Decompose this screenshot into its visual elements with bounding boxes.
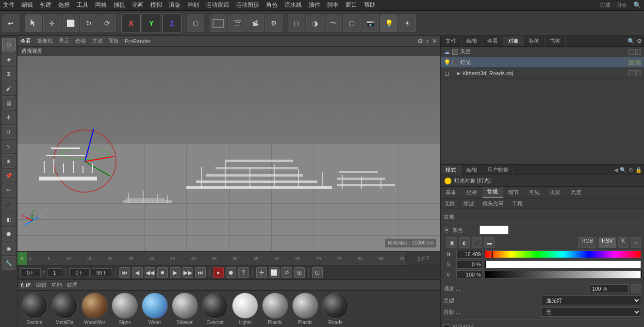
timeline-green-start[interactable]: 0 [17, 252, 27, 265]
val-slider[interactable] [485, 271, 641, 278]
tool-knife[interactable]: ✂ [2, 183, 16, 197]
timeline-ruler[interactable]: 051015202530354045505560657075808590 [27, 252, 406, 265]
mat-tab-texture[interactable]: 纹理 [67, 281, 78, 289]
undo-button[interactable]: ↩ [2, 15, 19, 32]
tool-select[interactable]: ▤ [2, 96, 16, 110]
color-mode-k[interactable]: K [618, 237, 628, 248]
object-checkbox-sky[interactable] [452, 49, 458, 55]
object-button[interactable]: ⬡ [187, 15, 204, 32]
obj-vis-roads[interactable] [628, 70, 634, 76]
material-slot-6[interactable]: Concret [201, 293, 229, 325]
attr-tab-basic[interactable]: 基本 [441, 187, 462, 198]
v-input[interactable] [456, 270, 483, 279]
s-input[interactable] [456, 260, 483, 269]
attr-tab-shadow[interactable]: 投影 [545, 187, 566, 198]
mode-tab-mode[interactable]: 模式 [441, 165, 462, 175]
autokey-button[interactable]: ↺ [281, 267, 292, 278]
search-prop-icon[interactable]: 🔍 [620, 167, 627, 173]
tool-bevel[interactable]: ◧ [2, 213, 16, 226]
deformer-button[interactable]: ⬡ [343, 15, 361, 32]
tool-bridge[interactable]: ⬟ [2, 227, 16, 241]
layout-button[interactable]: ⊞ [294, 267, 305, 278]
sub-tab-project[interactable]: 工程 [508, 198, 527, 209]
viewport-tab-view[interactable]: 查看 [20, 37, 31, 45]
tool-weld[interactable]: ◉ [2, 242, 16, 255]
right-tab-object[interactable]: 对象 [503, 36, 524, 46]
material-slot-5[interactable]: Sidewal [171, 293, 199, 325]
render-settings-button[interactable]: ⚙ [265, 15, 282, 32]
object-row-light[interactable]: 💡 灯光 [441, 57, 644, 68]
color-sample-btn[interactable]: ▣ [446, 237, 457, 248]
menu-select[interactable]: 选择 [58, 1, 70, 9]
cube-button[interactable]: ◻ [288, 15, 305, 32]
render-active-button[interactable]: 📽 [247, 15, 264, 32]
sub-tab-diffuse[interactable]: 无散 [441, 198, 460, 209]
material-slot-2[interactable]: WoodWor [81, 293, 109, 325]
menu-render[interactable]: 渲染 [169, 1, 181, 9]
viewport-tab-prorender[interactable]: ProRender [125, 38, 150, 44]
tool-move[interactable]: ✛ [2, 111, 16, 124]
menu-motion-track[interactable]: 运动跟踪 [206, 1, 229, 9]
x-axis-button[interactable]: X [121, 14, 141, 33]
object-row-roads[interactable]: ◻ ▶ Kitbash3d_Roads.obj [441, 68, 644, 79]
object-row-sky[interactable]: ☁ 天空 [441, 47, 644, 57]
color-gradient-btn[interactable]: ▬ [484, 237, 495, 248]
object-checkbox-light[interactable] [452, 60, 458, 65]
go-end-button[interactable]: ⏭ [195, 267, 206, 278]
spline-button[interactable]: 〜 [325, 15, 342, 32]
object-expand-roads[interactable]: ▶ [457, 71, 461, 76]
right-tab-tag[interactable]: 标签 [524, 36, 545, 46]
menu-script[interactable]: 脚本 [327, 1, 339, 9]
obj-vis-light[interactable] [628, 60, 634, 65]
settings-prop-icon[interactable]: ⚙ [628, 167, 633, 173]
help-button[interactable]: ? [238, 267, 249, 278]
hue-slider[interactable] [485, 250, 641, 258]
mat-tab-edit[interactable]: 编辑 [36, 281, 47, 289]
obj-render-roads[interactable] [635, 70, 641, 76]
right-panel-settings[interactable]: ⚙ [637, 38, 642, 45]
material-slot-4[interactable]: Water [141, 293, 169, 325]
nurbs-button[interactable]: ◑ [306, 15, 324, 32]
menu-edit[interactable]: 编辑 [21, 1, 33, 9]
sub-tab-lensflare[interactable]: 镜头光晕 [479, 198, 508, 209]
viewport-icon-maximize[interactable]: ↕ [426, 37, 429, 45]
color-eyedropper[interactable]: ⊹ [630, 237, 641, 248]
obj-render-light[interactable] [635, 60, 641, 65]
light-button[interactable]: 💡 [380, 15, 397, 32]
right-tab-file[interactable]: 文件 [441, 36, 462, 46]
menu-character[interactable]: 角色 [266, 1, 278, 9]
current-frame-input[interactable] [20, 268, 41, 277]
menu-pipeline[interactable]: 流水线 [284, 1, 302, 9]
menu-create[interactable]: 创建 [40, 1, 51, 9]
tool-transform[interactable]: ⊕ [2, 154, 16, 168]
tool-rotate2[interactable]: ↺ [2, 125, 16, 139]
menu-window[interactable]: 窗口 [346, 1, 357, 9]
frame-step-input[interactable] [48, 268, 62, 277]
attr-tab-photometry[interactable]: 光度 [566, 187, 587, 198]
motion-path-button[interactable]: ⊡ [312, 267, 323, 278]
mode-tab-userdata[interactable]: 用户数据 [482, 165, 514, 175]
obj-vis-sky[interactable] [628, 49, 634, 55]
tool-scale2[interactable]: ⤡ [2, 140, 16, 153]
menu-mograph[interactable]: 运动图形 [236, 1, 259, 9]
scene-button[interactable]: ☀ [398, 15, 416, 32]
menu-mesh[interactable]: 网格 [95, 1, 107, 9]
tool-texture[interactable]: ◈ [2, 52, 16, 66]
right-tab-bookmark[interactable]: 书签 [545, 36, 566, 46]
obj-render-sky[interactable] [635, 49, 641, 55]
render-region-button[interactable] [210, 15, 227, 32]
h-input[interactable] [456, 250, 483, 259]
shadow-dropdown[interactable]: 无 [542, 307, 642, 317]
tool-paint[interactable]: 🖌 [2, 82, 16, 95]
sat-slider[interactable] [485, 261, 641, 268]
record-button[interactable]: ● [213, 267, 224, 278]
stop-button[interactable]: ■ [157, 267, 168, 278]
sub-tab-noise[interactable]: 噪波 [460, 198, 479, 209]
go-start-button[interactable]: ⏮ [119, 267, 130, 278]
right-tab-edit[interactable]: 编辑 [462, 36, 482, 46]
menu-help[interactable]: 帮助 [364, 1, 376, 9]
right-panel-search[interactable]: 🔍 [627, 38, 635, 45]
menu-tools[interactable]: 工具 [77, 1, 88, 9]
viewport-icon-settings[interactable]: ⚙ [417, 37, 423, 45]
play-reverse-button[interactable]: ◀◀ [145, 267, 155, 278]
